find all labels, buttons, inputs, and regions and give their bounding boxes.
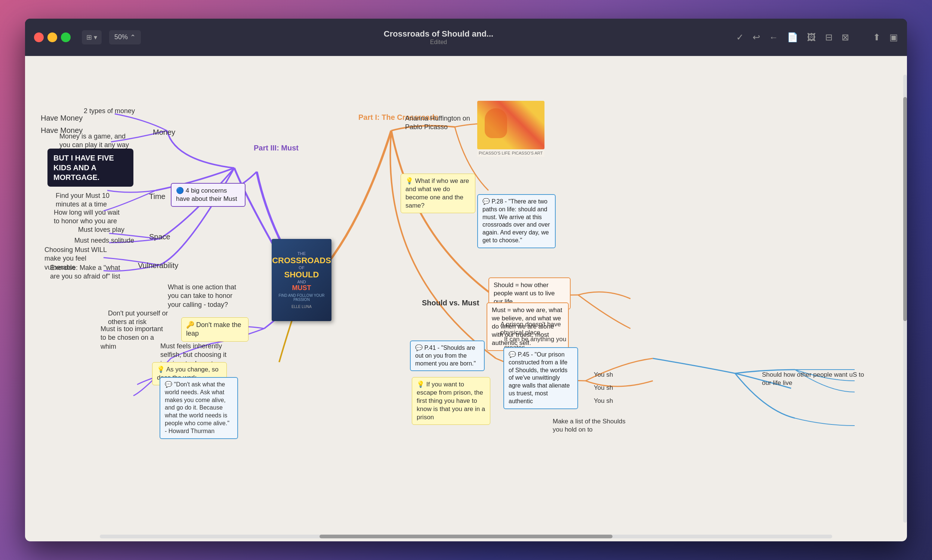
part3-must-node: Part III: Must — [249, 140, 303, 156]
p41-node: 💬 P.41 - "Shoulds are out on you from th… — [410, 340, 485, 371]
vertical-scrollbar-thumb[interactable] — [903, 97, 907, 321]
time-label-node: Time — [145, 189, 170, 204]
space-label-node: Space — [145, 229, 175, 245]
image-icon[interactable]: 🖼 — [807, 32, 816, 43]
horizontal-scrollbar[interactable] — [100, 535, 832, 538]
back-icon[interactable]: ← — [769, 32, 778, 43]
you-sh-2-node: You sh — [589, 381, 617, 395]
should-vs-must-node: Should vs. Must — [417, 295, 484, 311]
make-list-node: Make a list of the Shoulds you hold on t… — [548, 414, 630, 437]
zoom-arrows: ⌃ — [130, 33, 136, 42]
maximize-button[interactable] — [61, 32, 71, 42]
arianna-node: Arianna Huffington on Pablo Picasso — [401, 111, 475, 135]
four-concerns-node: 🔵 4 big concerns have about their Must — [171, 183, 245, 207]
checkmark-icon[interactable]: ✓ — [736, 32, 744, 43]
minimize-button[interactable] — [48, 32, 57, 42]
two-types-node: 2 types of money — [79, 104, 139, 118]
p45-node: 💬 P.45 - "Our prison constructed from a … — [503, 347, 578, 409]
titlebar: ⊞ ▾ 50% ⌃ Crossroads of Should and... Ed… — [25, 18, 907, 56]
share-icon[interactable]: ⬆ — [873, 32, 880, 43]
you-sh-1-node: You sh — [589, 368, 617, 382]
vertical-scrollbar[interactable] — [903, 75, 907, 523]
document-title: Crossroads of Should and... — [384, 29, 493, 39]
sidebar-right-icon[interactable]: ▣ — [889, 32, 898, 43]
app-window: ⊞ ▾ 50% ⌃ Crossroads of Should and... Ed… — [25, 18, 907, 542]
picasso-image-node: PICASSO'S LIFE PICASSO'S ART — [477, 101, 545, 157]
title-area: Crossroads of Should and... Edited — [148, 29, 729, 46]
vulnerability-label-node: Vulnerability — [133, 258, 183, 273]
close-button[interactable] — [34, 32, 44, 42]
undo-icon[interactable]: ↩ — [753, 32, 760, 43]
grid-icon[interactable]: ⊠ — [842, 32, 849, 43]
exercise-node: Exercise: Make a "what are you so afraid… — [46, 261, 128, 284]
sidebar-toggle-button[interactable]: ⊞ ▾ — [82, 30, 102, 45]
p28-node: 💬 P.28 - "There are two paths on life: s… — [477, 194, 555, 248]
you-sh-3-node: You sh — [589, 394, 617, 408]
document-icon[interactable]: 📄 — [787, 32, 798, 43]
horizontal-scrollbar-thumb[interactable] — [319, 535, 613, 538]
book-cover-node: THE CROSSROADS OF SHOULD AND MUST FIND A… — [272, 239, 332, 321]
money-label-node: Money — [148, 124, 180, 140]
what-if-node: 💡 What if who we are and what we do beco… — [401, 174, 475, 213]
should-how-node: Should how other people want uS to our l… — [758, 368, 870, 390]
document-subtitle: Edited — [430, 39, 447, 46]
split-view-icon[interactable]: ⊟ — [825, 32, 833, 43]
traffic-lights — [34, 32, 71, 42]
dont-ask-node: 💬 "Don't ask what the world needs. Ask w… — [160, 377, 238, 439]
but-i-have-node: BUT I HAVE FIVE KIDS AND A MORTGAGE. — [48, 149, 133, 187]
zoom-value: 50% — [114, 33, 128, 41]
zoom-control[interactable]: 50% ⌃ — [109, 30, 141, 45]
toolbar-icons: ✓ ↩ ← 📄 🖼 ⊟ ⊠ ⬆ ▣ — [736, 32, 898, 43]
dont-leap-node: 🔑 Don't make the leap — [181, 317, 248, 342]
if-you-want-node: 💡 If you want to escape from prison, the… — [412, 377, 490, 425]
mindmap-canvas: Have Money Have Money 2 types of money M… — [25, 56, 907, 542]
